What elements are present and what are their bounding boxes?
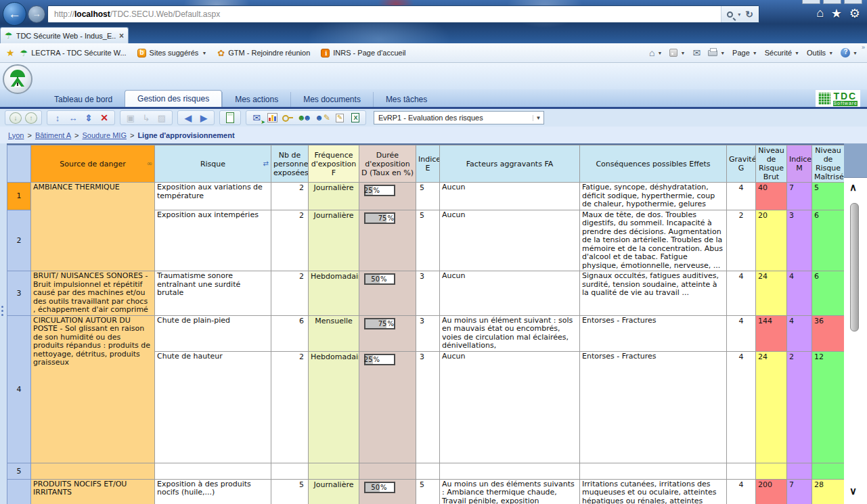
cell-nb[interactable]: 2 — [271, 351, 309, 463]
cell-freq[interactable]: Hebdomadair — [309, 351, 359, 463]
exposure-duration-input[interactable]: 75% — [364, 318, 395, 329]
cell-fa[interactable] — [440, 463, 580, 479]
add-favorite-star-icon[interactable]: ★ — [6, 47, 15, 58]
cell-g[interactable]: 4 — [727, 351, 756, 463]
cell-duree[interactable]: 25% — [359, 183, 416, 210]
row-number[interactable]: 1 — [7, 183, 31, 210]
key-icon[interactable] — [282, 114, 293, 121]
previous-page-icon[interactable]: ◀ — [182, 112, 194, 124]
scrollbar-thumb[interactable] — [850, 203, 859, 331]
favorite-item-gtm[interactable]: ✿ GTM - Rejoindre réunion — [217, 48, 310, 58]
cell-cons[interactable]: Signaux occultés, fatigues auditives, su… — [580, 271, 727, 316]
url-text[interactable]: http://localhost/TDC.SECU.Web/Default.as… — [48, 9, 220, 19]
cell-e[interactable]: 5 — [416, 210, 440, 271]
cell-nb[interactable]: 2 — [271, 183, 309, 210]
tab-close-icon[interactable]: × — [119, 31, 124, 41]
edit-note-icon[interactable] — [336, 114, 344, 122]
row-number[interactable]: 2 — [7, 210, 31, 271]
users-icon[interactable]: ☻☻ — [297, 112, 311, 124]
cell-e[interactable]: 3 — [416, 351, 440, 463]
home-icon[interactable]: ⌂ — [816, 6, 824, 20]
cell-cons[interactable]: Maux de tête, de dos. Troubles digestifs… — [580, 210, 727, 271]
maximize-button[interactable] — [823, 0, 841, 4]
cell-duree[interactable]: 50% — [359, 271, 416, 316]
vertical-scrollbar[interactable]: ∧ ∨ — [844, 143, 867, 504]
cell-e[interactable]: 5 — [416, 183, 440, 210]
cell-brut[interactable]: 24 — [756, 271, 787, 316]
cell-brut[interactable]: 200 — [756, 479, 787, 504]
cell-fa[interactable]: Aucun — [440, 271, 580, 316]
cell-duree[interactable]: 75% — [359, 315, 416, 351]
cell-risque[interactable] — [155, 463, 271, 479]
cell-m[interactable] — [787, 463, 812, 479]
favorites-star-icon[interactable]: ★ — [831, 6, 842, 21]
cell-mait[interactable]: 36 — [812, 315, 845, 351]
cell-mait[interactable]: 6 — [812, 210, 845, 271]
cell-brut[interactable]: 20 — [756, 210, 787, 271]
send-mail-icon[interactable]: ✉ — [250, 112, 263, 124]
exposure-duration-input[interactable]: 25% — [364, 354, 395, 365]
cell-mait[interactable]: 6 — [812, 271, 845, 316]
cell-g[interactable]: 4 — [727, 315, 756, 351]
cell-source[interactable] — [31, 463, 155, 479]
cell-brut[interactable] — [756, 463, 787, 479]
cell-brut[interactable]: 144 — [756, 315, 787, 351]
refresh-icon[interactable]: ↻ — [745, 9, 753, 20]
tools-menu[interactable]: Outils▼ — [807, 49, 833, 57]
security-menu[interactable]: Sécurité▼ — [765, 49, 799, 57]
collapse-rows-icon[interactable]: ⇕ — [83, 112, 95, 124]
move-up-icon[interactable]: ↑ — [25, 112, 37, 124]
minimize-button[interactable] — [802, 0, 820, 4]
cell-risque[interactable]: Exposition aux variations de température — [155, 183, 271, 210]
close-button[interactable] — [844, 0, 862, 4]
cell-nb[interactable]: 5 — [271, 479, 309, 504]
copy-structure-icon[interactable]: ▣ — [125, 112, 137, 124]
browser-tab[interactable]: ☂ TDC Sécurite Web - Indus_E... × — [0, 27, 129, 43]
cell-source[interactable]: CIRCULATION AUTOUR DU POSTE - Sol glissa… — [31, 315, 155, 463]
cell-risque[interactable]: Traumatisme sonore entraînant une surdit… — [155, 271, 271, 316]
cell-cons[interactable]: Entorses - Fractures — [580, 351, 727, 463]
cell-g[interactable]: 2 — [727, 210, 756, 271]
evaluation-select[interactable]: EvRP1 - Evaluation des risques ▼ — [374, 111, 544, 124]
cell-brut[interactable]: 24 — [756, 351, 787, 463]
link-icon[interactable]: ∞ — [147, 159, 152, 168]
favorite-item-lectra[interactable]: ☂ LECTRA - TDC Sécurite W... — [20, 48, 127, 58]
breadcrumb-link-soudure-mig[interactable]: Soudure MIG — [83, 131, 127, 139]
paste-link-icon[interactable]: ↳ — [140, 112, 152, 124]
cell-duree[interactable] — [359, 463, 416, 479]
tab-gestion-des-risques[interactable]: Gestion des risques — [125, 90, 222, 107]
cell-mait[interactable] — [812, 463, 845, 479]
cell-fa[interactable]: Aucun — [440, 183, 580, 210]
print-menu[interactable]: ▼ — [708, 50, 725, 56]
cell-nb[interactable] — [271, 463, 309, 479]
row-number[interactable]: 4 — [7, 315, 31, 463]
next-page-icon[interactable]: ▶ — [198, 112, 210, 124]
cell-source[interactable]: PRODUITS NOCIFS ET/OU IRRITANTS — [31, 479, 155, 504]
address-bar[interactable]: http://localhost/TDC.SECU.Web/Default.as… — [47, 5, 759, 23]
move-down-icon[interactable]: ↓ — [9, 112, 22, 124]
cell-nb[interactable]: 2 — [271, 271, 309, 316]
breadcrumb-link-batiment-a[interactable]: Bâtiment A — [35, 131, 71, 139]
cell-g[interactable]: 4 — [727, 183, 756, 210]
cell-brut[interactable]: 40 — [756, 183, 787, 210]
cell-freq[interactable] — [309, 463, 359, 479]
delete-icon[interactable]: ✕ — [98, 112, 110, 124]
cell-fa[interactable]: Au moins un élément suivant : sols en ma… — [440, 315, 580, 351]
cell-mait[interactable]: 5 — [812, 183, 845, 210]
home-menu[interactable]: ⌂▼ — [649, 47, 662, 58]
cell-m[interactable]: 7 — [787, 183, 812, 210]
read-mail-icon[interactable]: ✉ — [692, 47, 701, 58]
cell-e[interactable]: 3 — [416, 271, 440, 316]
chart-icon[interactable] — [267, 113, 277, 122]
row-number[interactable]: 6 — [7, 479, 31, 504]
cell-e[interactable] — [416, 463, 440, 479]
more-items-chevron-icon[interactable]: » — [862, 44, 865, 51]
cell-e[interactable]: 3 — [416, 315, 440, 351]
paste-icon[interactable]: ▨ — [156, 112, 168, 124]
cell-duree[interactable]: 75% — [359, 210, 416, 271]
cell-fa[interactable]: Aucun — [440, 210, 580, 271]
cell-risque[interactable]: Exposition aux intempéries — [155, 210, 271, 271]
cell-m[interactable]: 7 — [787, 479, 812, 504]
tab-mes-documents[interactable]: Mes documents — [290, 92, 373, 107]
tab-mes-actions[interactable]: Mes actions — [222, 92, 290, 107]
